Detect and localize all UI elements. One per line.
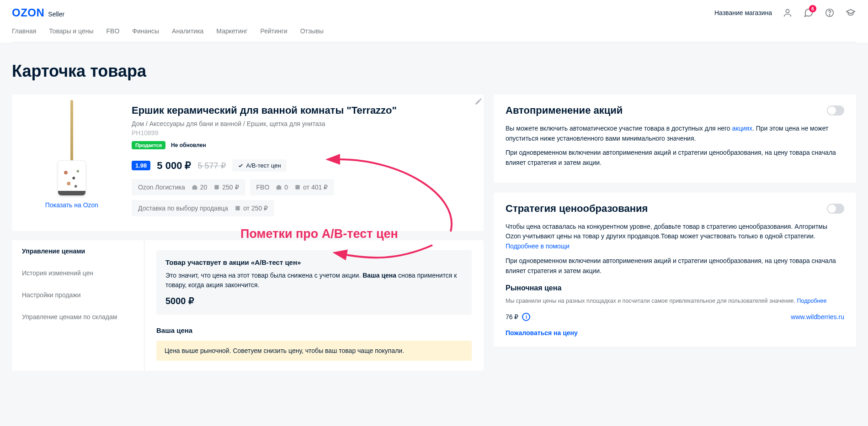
logo-sub: Seller	[48, 11, 64, 18]
info-box-title: Товар участвует в акции «A/B-тест цен»	[165, 258, 463, 266]
pricing-strategy-title: Стратегия ценообразования	[506, 203, 648, 215]
market-more-link[interactable]: Подробнее	[797, 298, 827, 304]
nav-analytics[interactable]: Аналитика	[172, 27, 203, 42]
tab-price-management[interactable]: Управление ценами	[12, 240, 144, 262]
status-selling-badge: Продается	[132, 141, 165, 149]
complain-price-link[interactable]: Пожаловаться на цену	[506, 329, 844, 337]
nav-main[interactable]: Главная	[12, 27, 36, 42]
pricing-strategy-card: Стратегия ценообразования Чтобы цена ост…	[494, 193, 856, 347]
svg-rect-3	[215, 185, 219, 189]
svg-point-0	[786, 10, 789, 13]
check-icon	[238, 163, 244, 168]
store-name[interactable]: Название магазина	[714, 9, 772, 16]
nav-fbo[interactable]: FBO	[107, 27, 120, 42]
main-nav: Главная Товары и цены FBO Финансы Аналит…	[12, 27, 856, 42]
pricing-strategy-toggle[interactable]	[827, 204, 844, 214]
education-icon[interactable]	[845, 7, 856, 18]
percent-icon	[294, 184, 301, 190]
auto-promo-card: Автоприменение акций Вы можете включить …	[494, 95, 856, 183]
ab-test-info-box: Товар участвует в акции «A/B-тест цен» Э…	[156, 250, 472, 315]
nav-products[interactable]: Товары и цены	[49, 27, 93, 42]
your-price-label: Ваша цена	[156, 326, 472, 334]
auto-promo-text-2: При одновременном включении автоприменен…	[506, 148, 844, 168]
warehouse-icon	[276, 184, 282, 190]
help-link[interactable]: Подробнее в помощи	[506, 242, 570, 250]
logistics-fbo-from: от 401 ₽	[303, 184, 328, 191]
ab-test-label: A/B-тест цен	[246, 162, 281, 169]
nav-marketing[interactable]: Маркетинг	[216, 27, 247, 42]
logistics-ozon[interactable]: Ozon Логистика 20 250 ₽	[132, 179, 245, 195]
help-icon[interactable]	[824, 7, 835, 18]
logo-brand: OZON	[12, 6, 44, 19]
product-title: Ершик керамический для ванной комнаты "T…	[132, 105, 472, 116]
auto-promo-title: Автоприменение акций	[506, 105, 623, 116]
tab-sale-settings[interactable]: Настройки продажи	[12, 284, 144, 306]
svg-rect-4	[295, 185, 299, 189]
user-icon[interactable]	[782, 7, 793, 18]
product-sku: PH10899	[132, 129, 472, 137]
percent-icon	[213, 184, 220, 190]
logistics-fbo-stock: 0	[284, 184, 288, 191]
rating-badge: 1.98	[132, 161, 150, 170]
logistics-ozon-stock: 20	[200, 184, 208, 191]
price-current: 5 000 ₽	[157, 160, 191, 172]
logistics-seller[interactable]: Доставка по выбору продавца от 250 ₽	[132, 200, 274, 216]
nav-finance[interactable]: Финансы	[132, 27, 159, 42]
info-icon[interactable]: i	[522, 313, 530, 321]
product-card: Показать на Ozon Ершик керамический для …	[12, 95, 484, 231]
price-old: 5 577 ₽	[197, 161, 225, 171]
logistics-fbo-label: FBO	[256, 184, 270, 191]
edit-icon[interactable]	[474, 97, 483, 107]
breadcrumb: Дом / Аксессуары для бани и ванной / Ерш…	[132, 120, 472, 127]
pricing-strategy-text-1: Чтобы цена оставалась на конкурентном ур…	[506, 222, 844, 252]
price-warning-alert: Цена выше рыночной. Советуем снизить цен…	[156, 341, 472, 361]
warehouse-icon	[192, 184, 198, 190]
nav-ratings[interactable]: Рейтинги	[260, 27, 287, 42]
svg-rect-5	[235, 206, 240, 210]
logistics-ozon-from: 250 ₽	[222, 184, 239, 191]
logistics-fbo[interactable]: FBO 0 от 401 ₽	[250, 179, 335, 195]
market-price-desc: Мы сравнили цены на разных площадках и п…	[506, 297, 844, 305]
page-title: Карточка товара	[12, 62, 856, 81]
market-price-label: Рыночная цена	[506, 284, 844, 292]
info-box-price: 5000 ₽	[165, 295, 463, 306]
show-on-ozon-link[interactable]: Показать на Ozon	[45, 201, 98, 209]
product-image[interactable]	[35, 105, 108, 196]
ab-test-chip: A/B-тест цен	[232, 159, 287, 172]
nav-reviews[interactable]: Отзывы	[300, 27, 324, 42]
status-not-updated: Не обновлен	[171, 142, 206, 148]
notif-badge: 6	[809, 5, 816, 12]
chat-icon[interactable]: 6	[803, 7, 814, 18]
info-box-text: Это значит, что цена на этот товар была …	[165, 271, 463, 290]
auto-promo-toggle[interactable]	[827, 105, 844, 116]
tabs-sidebar: Управление ценами История изменений цен …	[12, 240, 144, 371]
logistics-seller-label: Доставка по выбору продавца	[138, 205, 228, 212]
pricing-strategy-text-2: При одновременном включении автоприменен…	[506, 256, 844, 276]
logo[interactable]: OZON Seller	[12, 6, 64, 19]
percent-icon	[234, 205, 241, 211]
logistics-seller-from: от 250 ₽	[243, 205, 268, 212]
auto-promo-text-1: Вы можете включить автоматическое участи…	[506, 124, 844, 143]
market-source-link[interactable]: www.wildberries.ru	[791, 313, 844, 321]
market-price-value: 76 ₽	[506, 313, 518, 321]
tab-warehouse-prices[interactable]: Управление ценами по складам	[12, 306, 144, 328]
svg-point-2	[829, 15, 830, 15]
tab-price-history[interactable]: История изменений цен	[12, 262, 144, 284]
logistics-ozon-label: Ozon Логистика	[138, 184, 185, 191]
promotions-link[interactable]: акциях	[732, 125, 752, 132]
